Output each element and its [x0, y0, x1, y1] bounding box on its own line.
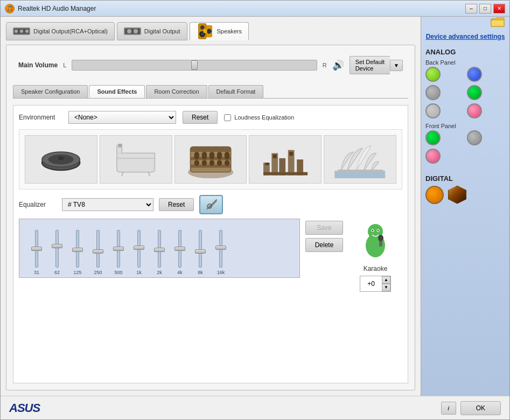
env-image-disc[interactable]	[25, 135, 97, 184]
svg-rect-48	[338, 170, 383, 172]
front-panel-connectors	[425, 130, 505, 164]
tab-digital-rca[interactable]: Digital Output(RCA+Optical)	[6, 22, 115, 40]
info-button[interactable]: i	[441, 402, 456, 415]
svg-point-2	[15, 30, 18, 33]
eq-slider-4k[interactable]	[178, 230, 181, 268]
digital-rca-label: Digital Output(RCA+Optical)	[33, 28, 108, 34]
volume-thumb[interactable]	[191, 60, 198, 70]
connector-front-green[interactable]	[425, 130, 441, 145]
karaoke-down-button[interactable]: ▼	[382, 284, 390, 291]
svg-rect-45	[273, 155, 276, 158]
tab-sound-effects[interactable]: Sound Effects	[89, 85, 145, 98]
eq-band-500	[110, 230, 127, 268]
bottom-controls: i OK	[441, 401, 501, 415]
svg-point-4	[25, 30, 29, 33]
environment-label: Environment	[19, 114, 62, 121]
guitar-icon	[205, 198, 218, 211]
opera-svg	[331, 141, 388, 178]
eq-slider-125[interactable]	[76, 230, 79, 268]
karaoke-up-button[interactable]: ▲	[382, 276, 390, 284]
environment-select-wrapper: <None> Generic Padded Cell Room Bathroom…	[68, 111, 176, 124]
guitar-button[interactable]	[199, 195, 223, 214]
connector-gray[interactable]	[425, 85, 441, 100]
set-default-button[interactable]: Set DefaultDevice ▼	[350, 56, 403, 74]
tab-speakers[interactable]: Speakers	[190, 22, 249, 40]
eq-slider-1k[interactable]	[137, 230, 141, 268]
karaoke-section: Karaoke +0 ▲ ▼	[348, 219, 402, 292]
eq-select[interactable]: # TV8 # Bass # Treble # Pop # Rock	[62, 198, 153, 211]
back-panel-label: Back Panel	[425, 59, 505, 66]
svg-point-58	[378, 235, 383, 241]
eq-slider-2k[interactable]	[158, 230, 161, 268]
svg-rect-30	[209, 152, 214, 159]
eq-slider-250[interactable]	[96, 230, 100, 268]
freq-2k: 2k	[151, 270, 168, 275]
analog-section: ANALOG Back Panel Front Panel	[425, 48, 505, 168]
svg-rect-46	[289, 152, 293, 156]
env-image-colosseum[interactable]	[174, 135, 247, 184]
eq-slider-16k[interactable]	[219, 230, 222, 268]
equalizer-label: Equalizer	[19, 201, 57, 208]
svg-point-8	[134, 29, 138, 33]
tab-default-format[interactable]: Default Format	[208, 85, 264, 98]
digital-label: DIGITAL	[425, 174, 505, 183]
env-image-ruins[interactable]	[249, 135, 322, 184]
app-icon: 🎵	[5, 4, 15, 13]
folder-icon-area	[425, 17, 505, 29]
connector-silver[interactable]	[425, 103, 441, 118]
tab-speaker-configuration[interactable]: Speaker Configuration	[13, 85, 88, 98]
connector-green[interactable]	[467, 85, 482, 100]
environment-select[interactable]: <None> Generic Padded Cell Room Bathroom…	[68, 111, 176, 124]
ok-button[interactable]: OK	[460, 401, 501, 415]
connector-lime[interactable]	[425, 67, 441, 82]
minimize-button[interactable]: –	[465, 4, 477, 13]
karaoke-figure	[354, 219, 397, 262]
connector-front-pink[interactable]	[425, 149, 441, 164]
digital-rca-icon	[13, 26, 30, 37]
svg-rect-31	[217, 152, 222, 159]
bottom-bar: ASUS i OK	[1, 396, 509, 419]
connector-pink[interactable]	[467, 103, 482, 118]
eq-bottom-row: 31 62 125 250 500 1k 2k 4k 8k 16k	[19, 219, 402, 292]
loudness-checkbox[interactable]	[224, 114, 231, 121]
svg-rect-34	[202, 160, 207, 166]
environment-reset-button[interactable]: Reset	[183, 111, 218, 124]
asus-logo: ASUS	[9, 401, 40, 415]
restore-button[interactable]: □	[479, 4, 491, 13]
tab-room-correction[interactable]: Room Correction	[146, 85, 207, 98]
tab-digital[interactable]: Digital Output	[117, 22, 187, 40]
digital-connector-shield[interactable]	[448, 186, 466, 204]
karaoke-value: +0	[360, 279, 382, 289]
svg-point-56	[378, 230, 379, 231]
set-default-arrow-button[interactable]: ▼	[390, 60, 403, 71]
svg-point-7	[127, 29, 131, 33]
set-default-label[interactable]: Set DefaultDevice	[350, 56, 390, 74]
env-image-bathtub[interactable]	[100, 135, 172, 184]
eq-reset-button[interactable]: Reset	[159, 198, 194, 211]
eq-slider-31[interactable]	[35, 230, 38, 268]
ruins-svg	[257, 141, 314, 178]
svg-rect-36	[217, 160, 222, 166]
close-button[interactable]: ✕	[493, 4, 505, 13]
connector-front-gray[interactable]	[467, 130, 482, 145]
sound-effects-panel: Environment <None> Generic Padded Cell R…	[13, 105, 408, 383]
eq-band-4k	[171, 230, 188, 268]
mute-button[interactable]: 🔊	[332, 59, 344, 71]
colosseum-svg	[182, 141, 239, 178]
eq-slider-62[interactable]	[55, 230, 59, 268]
save-button[interactable]: Save	[305, 221, 343, 235]
delete-button[interactable]: Delete	[305, 238, 343, 252]
eq-thumb-2k	[154, 248, 165, 252]
svg-rect-44	[265, 163, 269, 165]
digital-connector-orange[interactable]	[425, 186, 444, 204]
volume-slider[interactable]	[72, 60, 317, 71]
volume-slider-container	[72, 60, 317, 71]
eq-slider-500[interactable]	[117, 230, 120, 268]
connector-blue[interactable]	[467, 67, 482, 82]
eq-sliders-box: 31 62 125 250 500 1k 2k 4k 8k 16k	[19, 219, 300, 278]
device-advanced-settings-link[interactable]: Device advanced settings	[425, 33, 505, 41]
eq-slider-8k[interactable]	[199, 230, 202, 268]
env-image-opera[interactable]	[324, 135, 396, 184]
sliders-row	[28, 225, 291, 268]
svg-rect-29	[202, 152, 207, 159]
